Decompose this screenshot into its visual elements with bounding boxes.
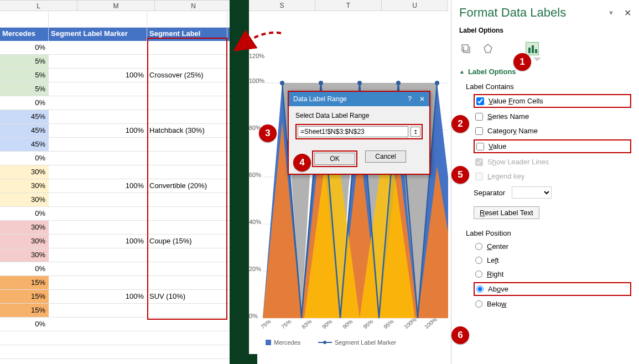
cell-label[interactable]: Crossover (25%) <box>147 69 227 82</box>
cell-mercedes[interactable]: 0% <box>0 41 49 54</box>
checkbox-value-from-cells[interactable]: Value From Cells <box>474 94 631 108</box>
cell-mercedes[interactable]: 5% <box>0 82 49 96</box>
col-N[interactable]: N <box>155 1 232 11</box>
cell-label[interactable] <box>147 41 227 54</box>
cell-marker[interactable] <box>49 55 147 68</box>
col-S[interactable]: S <box>249 0 315 11</box>
cell-marker[interactable] <box>49 152 147 165</box>
cell-mercedes[interactable]: 0% <box>0 96 49 110</box>
cell-label[interactable] <box>147 110 227 123</box>
table-row[interactable]: 30% <box>0 193 232 207</box>
cell-marker[interactable] <box>49 193 147 206</box>
cell-mercedes[interactable]: 15% <box>0 276 49 289</box>
ok-button[interactable]: OK <box>314 153 355 165</box>
table-row[interactable]: 30%100%Coupe (15%) <box>0 235 232 248</box>
cell-mercedes[interactable]: 0% <box>0 152 49 165</box>
table-row[interactable]: 15%100%SUV (10%) <box>0 290 232 304</box>
label-options-icon[interactable] <box>526 42 539 55</box>
table-row[interactable]: 5% <box>0 55 232 69</box>
cell-marker[interactable] <box>49 318 147 331</box>
table-row[interactable]: 45% <box>0 138 232 152</box>
cell-mercedes[interactable]: 30% <box>0 165 49 179</box>
cell-marker[interactable]: 100% <box>49 124 147 137</box>
cell-marker[interactable]: 100% <box>49 290 147 303</box>
cell-label[interactable]: Coupe (15%) <box>147 235 227 248</box>
cell-mercedes[interactable]: 15% <box>0 290 49 303</box>
cell-mercedes[interactable]: 0% <box>0 318 49 331</box>
cell-marker[interactable] <box>49 304 147 317</box>
cell-label[interactable] <box>147 165 227 179</box>
cell-mercedes[interactable]: 30% <box>0 235 49 248</box>
radio-above[interactable]: Above <box>474 282 631 296</box>
table-row[interactable]: 30% <box>0 221 232 235</box>
radio-center[interactable]: Center <box>474 241 631 252</box>
table-row[interactable]: 5% <box>0 82 232 96</box>
cell-mercedes[interactable]: 15% <box>0 304 49 317</box>
cell-marker[interactable] <box>49 96 147 110</box>
cell-mercedes[interactable]: 30% <box>0 248 49 262</box>
table-row[interactable]: 0% <box>0 207 232 221</box>
dropdown-icon[interactable]: ▼ <box>608 9 614 16</box>
range-input[interactable] <box>298 126 408 137</box>
reset-label-text-button[interactable]: Reset Label Text <box>474 206 539 219</box>
cell-mercedes[interactable]: 0% <box>0 207 49 220</box>
cancel-button[interactable]: Cancel <box>365 150 406 163</box>
cell-marker[interactable] <box>49 221 147 234</box>
cell-mercedes[interactable]: 30% <box>0 179 49 193</box>
cell-label[interactable] <box>147 248 227 262</box>
checkbox-value[interactable]: Value <box>474 139 631 153</box>
table-row[interactable]: 0% <box>0 152 232 165</box>
table-row[interactable]: 0% <box>0 41 232 55</box>
col-L[interactable]: L <box>0 1 77 11</box>
cell-mercedes[interactable]: 45% <box>0 110 49 123</box>
cell-marker[interactable] <box>49 82 147 96</box>
cell-label[interactable] <box>147 262 227 275</box>
cell-label[interactable]: Hatchback (30%) <box>147 124 227 137</box>
cell-marker[interactable]: 100% <box>49 69 147 82</box>
cell-mercedes[interactable]: 5% <box>0 69 49 82</box>
cell-mercedes[interactable]: 45% <box>0 138 49 151</box>
table-row[interactable]: 30% <box>0 248 232 262</box>
cell-marker[interactable] <box>49 110 147 123</box>
radio-right[interactable]: Right <box>474 268 631 280</box>
cell-label[interactable] <box>147 55 227 68</box>
col-T[interactable]: T <box>315 0 382 11</box>
table-row[interactable]: 15% <box>0 304 232 318</box>
cell-marker[interactable] <box>49 165 147 179</box>
cell-label[interactable] <box>147 193 227 206</box>
cell-mercedes[interactable]: 30% <box>0 221 49 234</box>
cell-marker[interactable] <box>49 248 147 262</box>
table-row[interactable]: 30% <box>0 165 232 179</box>
checkbox-series-name[interactable]: Series Name <box>474 111 631 122</box>
table-row[interactable]: 0% <box>0 262 232 276</box>
cell-mercedes[interactable]: 45% <box>0 124 49 137</box>
cell-marker[interactable]: 100% <box>49 235 147 248</box>
table-row[interactable]: 5%100%Crossover (25%) <box>0 69 232 82</box>
cell-label[interactable] <box>147 152 227 165</box>
table-row[interactable]: 45%100%Hatchback (30%) <box>0 124 232 138</box>
close-icon[interactable]: ✕ <box>419 95 425 103</box>
cell-mercedes[interactable]: 5% <box>0 55 49 68</box>
radio-below[interactable]: Below <box>474 298 631 310</box>
table-row[interactable]: 0% <box>0 96 232 110</box>
cell-mercedes[interactable]: 30% <box>0 193 49 206</box>
range-selector-button[interactable]: ↥ <box>411 127 420 137</box>
embedded-chart[interactable]: 0%20%40% 60%80%100%120% 75%75% 83%90% 90… <box>249 11 448 354</box>
separator-select[interactable] <box>512 186 552 199</box>
cell-mercedes[interactable]: 0% <box>0 262 49 275</box>
cell-label[interactable]: Convertible (20%) <box>147 179 227 193</box>
cell-label[interactable] <box>147 221 227 234</box>
cell-label[interactable] <box>147 207 227 220</box>
cell-marker[interactable] <box>49 207 147 220</box>
checkbox-category-name[interactable]: Category Name <box>474 125 631 137</box>
dialog-title-bar[interactable]: Data Label Range ? ✕ <box>289 92 429 106</box>
table-row[interactable]: 45% <box>0 110 232 124</box>
help-icon[interactable]: ? <box>408 95 412 103</box>
cell-marker[interactable] <box>49 41 147 54</box>
cell-marker[interactable] <box>49 262 147 275</box>
cell-label[interactable] <box>147 96 227 110</box>
table-row[interactable]: 0% <box>0 318 232 331</box>
cell-label[interactable]: SUV (10%) <box>147 290 227 303</box>
cell-marker[interactable] <box>49 276 147 289</box>
label-options-section[interactable]: ▲Label Options <box>459 67 631 76</box>
